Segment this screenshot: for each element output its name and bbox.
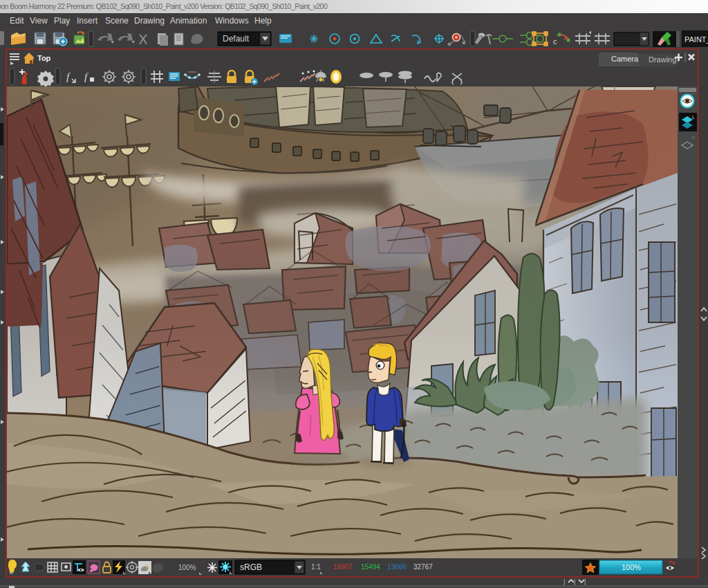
svg-text:32767: 32767 bbox=[413, 563, 433, 571]
svg-text:|: | bbox=[574, 578, 575, 585]
svg-text:Top: Top bbox=[37, 54, 51, 62]
svg-text:|: | bbox=[584, 578, 586, 585]
svg-text:Drawing: Drawing bbox=[649, 55, 676, 64]
svg-text:13666: 13666 bbox=[387, 563, 407, 571]
svg-text:Default: Default bbox=[223, 34, 250, 44]
svg-text:c: c bbox=[553, 37, 557, 46]
svg-text:Camera: Camera bbox=[611, 55, 639, 63]
svg-text:15494: 15494 bbox=[361, 563, 380, 571]
svg-text:1:1: 1:1 bbox=[311, 563, 321, 571]
svg-text:L: L bbox=[692, 115, 695, 120]
svg-text:sRGB: sRGB bbox=[240, 562, 262, 572]
svg-text:100%: 100% bbox=[178, 564, 196, 571]
svg-text:c: c bbox=[692, 135, 695, 140]
svg-text:100%: 100% bbox=[622, 563, 641, 571]
svg-text:f: f bbox=[66, 71, 71, 82]
svg-text:f: f bbox=[84, 71, 88, 82]
svg-text:PAINT_D: PAINT_D bbox=[684, 35, 708, 44]
svg-text:|: | bbox=[563, 578, 565, 585]
svg-text:16907: 16907 bbox=[333, 563, 353, 571]
